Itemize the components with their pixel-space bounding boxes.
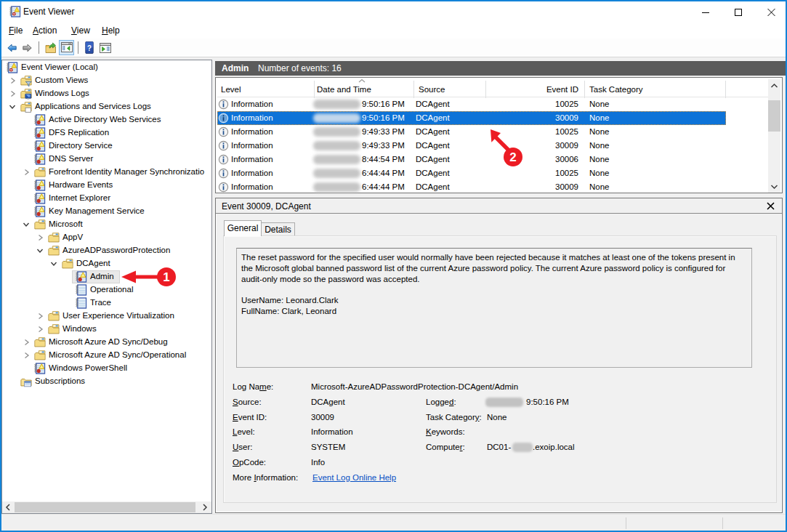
svg-text:2: 2 xyxy=(509,150,516,164)
svg-text:1: 1 xyxy=(163,270,169,284)
